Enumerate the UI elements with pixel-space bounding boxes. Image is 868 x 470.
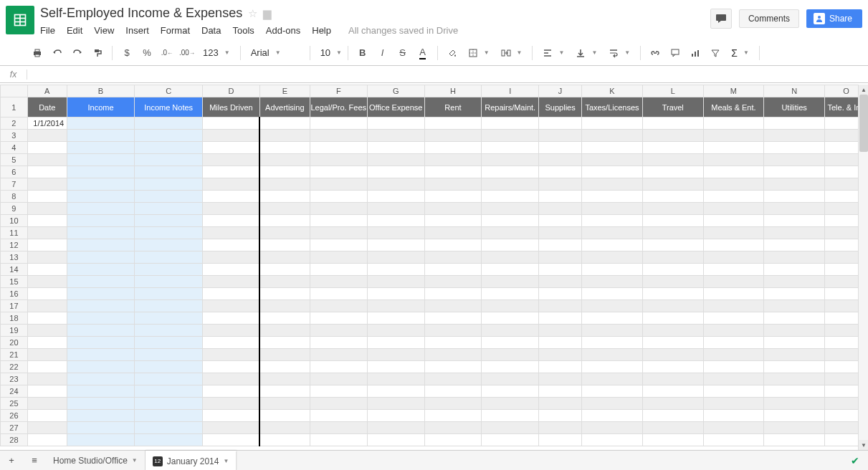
column-header[interactable]: F: [310, 85, 367, 97]
cell[interactable]: [67, 434, 135, 446]
row-header[interactable]: 5: [1, 154, 28, 166]
cell[interactable]: [764, 118, 825, 130]
cell[interactable]: [135, 142, 203, 154]
cell[interactable]: [424, 434, 482, 446]
cell[interactable]: [67, 349, 135, 361]
scroll-thumb[interactable]: [859, 95, 868, 152]
cell[interactable]: [764, 434, 825, 446]
cell[interactable]: [259, 130, 310, 142]
cell[interactable]: [642, 166, 703, 178]
menu-data[interactable]: Data: [201, 25, 221, 36]
cell[interactable]: [703, 118, 764, 130]
column-header[interactable]: B: [67, 85, 135, 97]
cell[interactable]: [67, 312, 135, 325]
cell[interactable]: [367, 178, 424, 191]
row-header[interactable]: 22: [1, 361, 28, 373]
cell[interactable]: [642, 142, 703, 154]
cell[interactable]: [703, 178, 764, 191]
percent-button[interactable]: %: [138, 44, 156, 62]
cell[interactable]: [539, 276, 582, 288]
cell[interactable]: [424, 385, 482, 398]
row-header[interactable]: 11: [1, 227, 28, 239]
cell[interactable]: [203, 130, 260, 142]
cell[interactable]: [539, 130, 582, 142]
cell[interactable]: [539, 178, 582, 191]
cell[interactable]: [203, 361, 260, 373]
cell[interactable]: [135, 276, 203, 288]
row-header[interactable]: 13: [1, 251, 28, 264]
cell[interactable]: [310, 398, 367, 410]
star-icon[interactable]: ☆: [248, 7, 257, 20]
cell[interactable]: [310, 337, 367, 349]
cell[interactable]: [539, 215, 582, 227]
cell[interactable]: [259, 264, 310, 276]
cell[interactable]: [642, 385, 703, 398]
cell[interactable]: [135, 178, 203, 191]
cell[interactable]: [27, 227, 67, 239]
cell[interactable]: [642, 325, 703, 337]
cell[interactable]: [135, 434, 203, 446]
cell[interactable]: [539, 398, 582, 410]
row-header[interactable]: 12: [1, 239, 28, 251]
cell[interactable]: [310, 239, 367, 251]
row-header[interactable]: 16: [1, 288, 28, 300]
cell[interactable]: [27, 300, 67, 312]
column-header[interactable]: A: [27, 85, 67, 97]
cell[interactable]: [424, 422, 482, 434]
cell[interactable]: [482, 130, 539, 142]
cell[interactable]: [424, 239, 482, 251]
cell[interactable]: [135, 191, 203, 203]
cell[interactable]: [27, 337, 67, 349]
cell[interactable]: [367, 434, 424, 446]
cell[interactable]: [67, 300, 135, 312]
cell[interactable]: [424, 312, 482, 325]
row-header[interactable]: 8: [1, 191, 28, 203]
add-sheet-button[interactable]: +: [0, 451, 23, 471]
cell[interactable]: [424, 142, 482, 154]
comments-button[interactable]: Comments: [739, 9, 799, 28]
cell[interactable]: [367, 312, 424, 325]
cell[interactable]: [539, 410, 582, 422]
cell[interactable]: [259, 227, 310, 239]
cell[interactable]: [259, 154, 310, 166]
paint-format-icon[interactable]: [89, 44, 106, 62]
cell[interactable]: [764, 337, 825, 349]
cell[interactable]: [310, 142, 367, 154]
sheets-logo[interactable]: [6, 6, 34, 34]
row-header[interactable]: 27: [1, 422, 28, 434]
cell[interactable]: [310, 300, 367, 312]
cell[interactable]: [482, 251, 539, 264]
cell[interactable]: [539, 288, 582, 300]
cell[interactable]: [582, 239, 643, 251]
font-dropdown[interactable]: Arial▼: [247, 47, 304, 58]
cell[interactable]: [135, 312, 203, 325]
cell[interactable]: [482, 215, 539, 227]
cell[interactable]: [539, 239, 582, 251]
cell[interactable]: [367, 166, 424, 178]
cell[interactable]: [27, 288, 67, 300]
cell[interactable]: [67, 118, 135, 130]
cell[interactable]: [310, 276, 367, 288]
cell[interactable]: [27, 178, 67, 191]
cell[interactable]: [539, 154, 582, 166]
cell[interactable]: [424, 154, 482, 166]
cell[interactable]: [703, 337, 764, 349]
cell[interactable]: [67, 191, 135, 203]
cell[interactable]: [582, 288, 643, 300]
cell[interactable]: [764, 142, 825, 154]
cell[interactable]: [424, 361, 482, 373]
cell[interactable]: [582, 130, 643, 142]
cell[interactable]: [582, 325, 643, 337]
row-header[interactable]: 19: [1, 325, 28, 337]
cell[interactable]: [67, 361, 135, 373]
cell[interactable]: [135, 203, 203, 215]
cell[interactable]: [67, 325, 135, 337]
cell[interactable]: [764, 385, 825, 398]
cell[interactable]: [259, 142, 310, 154]
cell[interactable]: [642, 373, 703, 385]
data-header-cell[interactable]: Date: [27, 97, 67, 118]
cell[interactable]: [482, 178, 539, 191]
halign-dropdown[interactable]: ▼: [538, 48, 568, 58]
cell[interactable]: [310, 422, 367, 434]
sheet-tab-home-studio[interactable]: Home Studio/Office ▼: [46, 451, 146, 471]
